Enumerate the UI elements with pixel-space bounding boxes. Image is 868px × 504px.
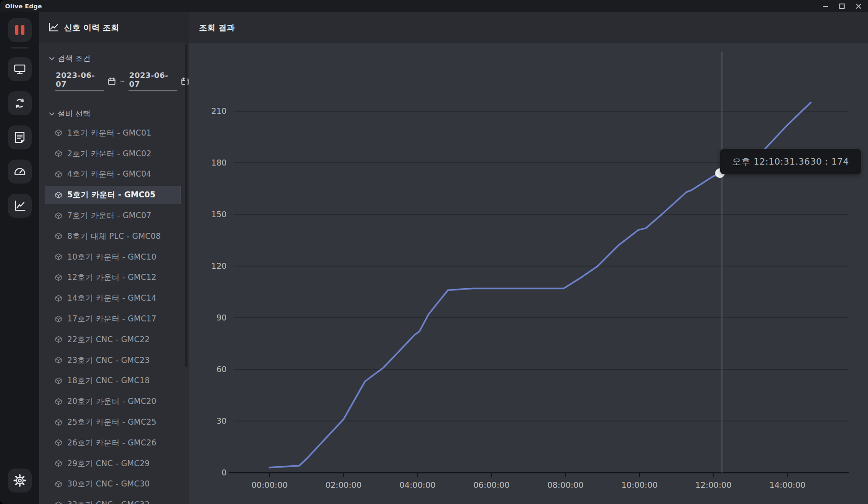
chart-tooltip: 오후 12:10:31.3630 : 174 [720,149,861,174]
equipment-section: 설비 선택 1호기 카운터 - GMC01 2호기 카운터 - GMC02 4호… [49,109,189,504]
equipment-list-item[interactable]: 4호기 카운터 - GMC04 [45,164,181,185]
minimize-icon [822,3,828,9]
cube-icon [55,356,62,364]
svg-text:180: 180 [211,158,227,167]
equipment-list-item[interactable]: 25호기 카운터 - GMC25 [45,412,181,433]
cube-icon [55,439,62,446]
date-from-input[interactable]: 2023-06-07 [55,71,104,91]
equipment-list-item[interactable]: 23호기 CNC - GMC23 [45,350,181,371]
equipment-list-item[interactable]: 5호기 카운터 - GMC05 [45,186,181,204]
monitor-icon [13,63,26,76]
svg-text:12:00:00: 12:00:00 [695,480,732,490]
svg-text:14:00:00: 14:00:00 [769,480,806,490]
signal-history-chart[interactable]: 030609012015018021000:00:0002:00:0004:00… [189,43,868,504]
icon-strip [0,12,39,504]
equipment-list-item[interactable]: 10호기 카운터 - GMC10 [45,247,181,267]
calendar-icon [108,77,116,85]
cube-icon [55,232,62,240]
equipment-list: 1호기 카운터 - GMC01 2호기 카운터 - GMC02 4호기 카운터 … [45,123,181,504]
cube-icon [55,315,62,323]
search-condition-toggle[interactable]: 검색 조건 [49,53,189,64]
svg-text:10:00:00: 10:00:00 [622,480,658,490]
line-chart-icon [48,23,59,32]
sidebar-header: 신호 이력 조회 [39,12,189,43]
nav-report-button[interactable] [8,125,32,149]
cube-icon [55,460,62,467]
sidebar-panel: 신호 이력 조회 검색 조건 2023-06-07 ~ 2023-06-07 [39,12,189,504]
cube-icon [55,171,62,178]
svg-text:210: 210 [211,107,227,116]
nav-monitor-button[interactable] [8,57,32,81]
nav-sync-button[interactable] [8,91,32,115]
strip-divider [11,47,29,48]
cube-icon [55,501,62,504]
svg-text:06:00:00: 06:00:00 [473,480,510,490]
cube-icon [55,419,62,426]
close-button[interactable] [851,1,865,11]
svg-text:04:00:00: 04:00:00 [399,480,436,490]
panel-title: 신호 이력 조회 [64,22,119,33]
cube-icon [55,191,62,199]
equipment-list-item[interactable]: 14호기 카운터 - GMC14 [45,288,181,308]
sync-icon [13,97,26,110]
pause-button[interactable] [8,18,32,42]
settings-button[interactable] [8,468,32,492]
equipment-list-item[interactable]: 29호기 CNC - GMC29 [45,453,181,474]
gauge-icon [13,165,26,178]
chevron-down-icon [49,57,54,60]
equipment-list-item[interactable]: 17호기 카운터 - GMC17 [45,308,181,329]
equipment-list-item[interactable]: 32호기 CNC - GMC32 [45,494,181,504]
maximize-icon [839,3,845,9]
result-title: 조회 결과 [199,22,235,33]
gear-icon [13,474,27,487]
svg-text:150: 150 [211,210,227,219]
app-window: Olive Edge [0,0,868,504]
close-icon [856,3,862,9]
maximize-button[interactable] [835,1,849,11]
equipment-list-item[interactable]: 2호기 카운터 - GMC02 [45,143,181,164]
cube-icon [55,129,62,136]
window-controls [818,1,865,11]
nav-gauge-button[interactable] [8,160,32,184]
equipment-select-toggle[interactable]: 설비 선택 [49,109,189,119]
titlebar: Olive Edge [0,0,868,12]
cube-icon [55,336,62,343]
cube-icon [55,274,62,281]
date-to-input[interactable]: 2023-06-07 [129,71,177,91]
sidebar-scrollbar[interactable] [185,44,188,367]
nav-history-chart-button[interactable] [8,194,32,218]
minimize-button[interactable] [818,1,832,11]
cube-icon [55,212,62,219]
date-range-separator: ~ [119,77,125,85]
cube-icon [55,480,62,488]
chevron-down-icon [49,113,54,116]
chart-canvas: 030609012015018021000:00:0002:00:0004:00… [189,43,868,504]
equipment-list-item[interactable]: 12호기 카운터 - GMC12 [45,267,181,288]
svg-text:00:00:00: 00:00:00 [252,480,288,490]
equipment-list-item[interactable]: 7호기 카운터 - GMC07 [45,205,181,226]
cube-icon [55,295,62,302]
pause-icon [15,25,24,35]
equipment-list-item[interactable]: 20호기 카운터 - GMC20 [45,391,181,412]
svg-text:02:00:00: 02:00:00 [325,480,362,490]
equipment-select-label: 설비 선택 [58,109,90,119]
equipment-list-item[interactable]: 26호기 카운터 - GMC26 [45,433,181,453]
date-range-row: 2023-06-07 ~ 2023-06-07 [55,71,189,91]
app-title: Olive Edge [0,3,42,10]
svg-text:0: 0 [222,468,227,477]
equipment-list-item[interactable]: 1호기 카운터 - GMC01 [45,123,181,143]
cube-icon [55,377,62,385]
equipment-list-item[interactable]: 18호기 CNC - GMC18 [45,371,181,391]
svg-text:120: 120 [211,261,227,271]
date-from-calendar-button[interactable] [108,77,116,85]
main-header: 조회 결과 [189,12,868,43]
report-icon [13,131,26,144]
svg-text:60: 60 [217,365,227,374]
svg-text:08:00:00: 08:00:00 [547,480,584,490]
equipment-list-item[interactable]: 30호기 CNC - GMC30 [45,474,181,495]
equipment-list-item[interactable]: 8호기 대체 PLC - GMC08 [45,226,181,247]
equipment-list-item[interactable]: 22호기 CNC - GMC22 [45,329,181,350]
cube-icon [55,150,62,157]
line-chart-icon [13,199,26,212]
search-condition-label: 검색 조건 [58,53,90,64]
